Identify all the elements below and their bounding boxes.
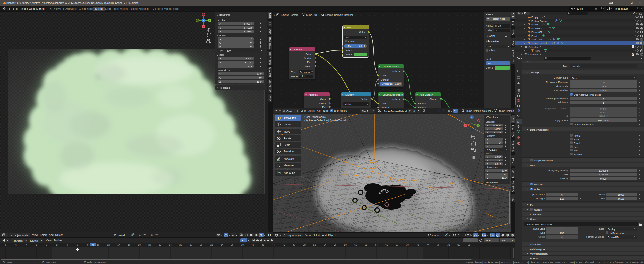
svg-text:Z: Z xyxy=(203,19,204,22)
svg-text:X: X xyxy=(464,125,466,127)
svg-text:Y: Y xyxy=(209,19,210,22)
svg-text:Y: Y xyxy=(477,125,479,127)
svg-text:Z: Z xyxy=(471,116,473,118)
svg-text:X: X xyxy=(203,25,204,28)
